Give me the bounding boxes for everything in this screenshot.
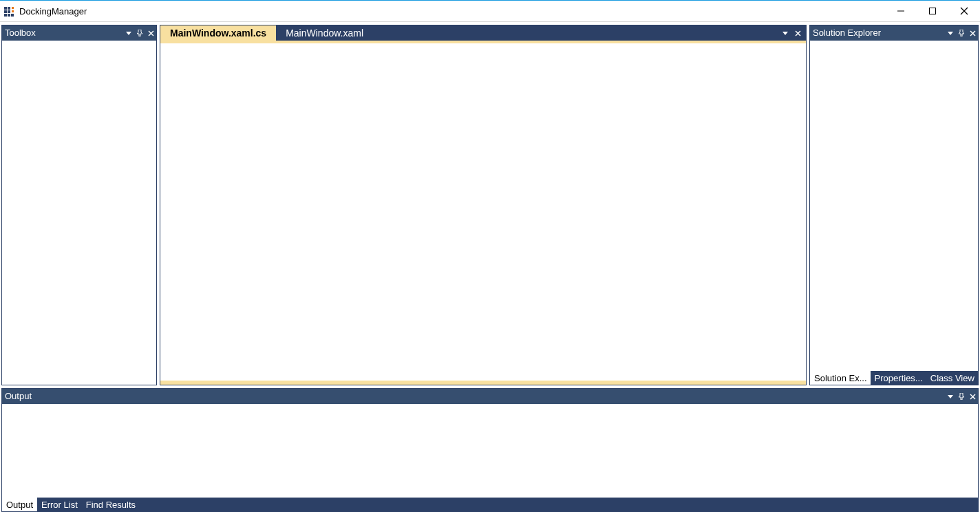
toolbox-body xyxy=(2,41,156,385)
right-dock-tabstrip: Solution Ex... Properties... Class View xyxy=(810,371,978,385)
tab-error-list[interactable]: Error List xyxy=(37,498,82,511)
document-tab-mainwindow-xaml[interactable]: MainWindow.xaml xyxy=(276,25,373,41)
tab-label: Solution Ex... xyxy=(814,373,867,383)
tab-label: Class View xyxy=(930,373,974,383)
output-header[interactable]: Output xyxy=(2,389,978,404)
svg-marker-10 xyxy=(948,32,953,35)
window-position-icon[interactable] xyxy=(123,25,134,41)
window-minimize-button[interactable] xyxy=(885,1,917,21)
window-position-icon[interactable] xyxy=(945,389,956,404)
svg-marker-13 xyxy=(948,395,953,398)
tab-label: Find Results xyxy=(86,500,136,510)
solution-explorer-header[interactable]: Solution Explorer xyxy=(810,25,978,41)
window-maximize-button[interactable] xyxy=(917,1,948,21)
tab-find-results[interactable]: Find Results xyxy=(82,498,140,511)
solution-explorer-title: Solution Explorer xyxy=(810,25,945,41)
document-area: MainWindow.xaml.cs MainWindow.xaml xyxy=(160,25,807,385)
document-tabbar: MainWindow.xaml.cs MainWindow.xaml xyxy=(160,25,806,43)
close-document-icon[interactable] xyxy=(792,25,803,41)
svg-rect-1 xyxy=(930,8,936,14)
document-body[interactable] xyxy=(160,43,806,381)
output-title: Output xyxy=(2,389,945,404)
document-tab-mainwindow-cs[interactable]: MainWindow.xaml.cs xyxy=(160,25,276,41)
tab-properties[interactable]: Properties... xyxy=(871,371,926,385)
bottom-dock-tabstrip: Output Error List Find Results xyxy=(2,498,978,511)
pin-icon[interactable] xyxy=(134,25,145,41)
svg-marker-7 xyxy=(782,32,788,35)
app-icon xyxy=(0,6,19,17)
window-titlebar: DockingManager xyxy=(0,0,980,22)
document-tab-label: MainWindow.xaml xyxy=(286,28,363,39)
solution-explorer-body xyxy=(810,41,978,371)
tab-solution-explorer[interactable]: Solution Ex... xyxy=(810,371,871,385)
window-close-button[interactable] xyxy=(948,1,980,21)
toolbox-panel: Toolbox xyxy=(1,25,157,385)
tab-label: Output xyxy=(6,500,33,510)
toolbox-title: Toolbox xyxy=(2,25,123,41)
toolbox-header[interactable]: Toolbox xyxy=(2,25,156,41)
work-area: Toolbox MainWindow.xaml.cs Ma xyxy=(0,22,980,512)
close-icon[interactable] xyxy=(967,25,978,41)
output-body xyxy=(2,404,978,498)
output-panel: Output Output Error List xyxy=(1,388,979,512)
solution-explorer-panel: Solution Explorer Solution Ex... Propert… xyxy=(809,25,979,385)
active-files-dropdown-icon[interactable] xyxy=(780,25,791,41)
close-icon[interactable] xyxy=(967,389,978,404)
close-icon[interactable] xyxy=(145,25,156,41)
pin-icon[interactable] xyxy=(956,389,967,404)
tab-label: Properties... xyxy=(875,373,923,383)
document-highlight-strip xyxy=(160,381,806,385)
window-title: DockingManager xyxy=(19,6,87,17)
window-position-icon[interactable] xyxy=(945,25,956,41)
tab-label: Error List xyxy=(41,500,78,510)
pin-icon[interactable] xyxy=(956,25,967,41)
document-tab-label: MainWindow.xaml.cs xyxy=(170,28,266,39)
tab-output[interactable]: Output xyxy=(2,498,37,511)
svg-marker-4 xyxy=(126,32,131,35)
tab-class-view[interactable]: Class View xyxy=(926,371,978,385)
